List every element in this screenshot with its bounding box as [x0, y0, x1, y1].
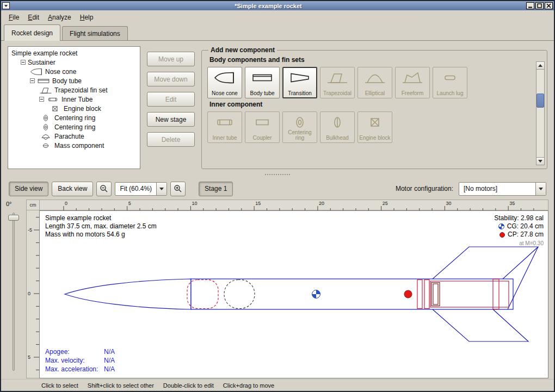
inner-tube-icon	[46, 96, 59, 103]
add-component-panel: Add new component Body components and fi…	[201, 46, 547, 169]
tree-item-label: Mass component	[54, 142, 104, 150]
component-tree[interactable]: Simple example rocketSustainerNose coneB…	[8, 46, 140, 169]
tree-item-centering-ring[interactable]: Centering ring	[8, 122, 140, 132]
component-button-transition[interactable]: Transition	[282, 67, 317, 98]
motor-config-combo[interactable]: [No motors]	[459, 182, 546, 196]
cp-value: CP: 27.8 cm	[508, 231, 544, 239]
component-button-row: Nose coneBody tubeTransitionTrapezoidalE…	[207, 67, 541, 98]
component-button-label: Transition	[288, 91, 312, 96]
component-button-bulkhead[interactable]: Bulkhead	[320, 111, 355, 143]
minimize-icon	[528, 3, 533, 8]
rocket-canvas-area: 0° cm 05101520253035 -505	[1, 200, 554, 379]
scrollbar-thumb[interactable]	[536, 94, 544, 108]
maximize-icon	[537, 3, 542, 8]
zoom-in-button[interactable]	[170, 182, 186, 196]
tree-item-inner-tube[interactable]: Inner Tube	[8, 95, 140, 104]
tree-item-sustainer[interactable]: Sustainer	[8, 58, 140, 67]
window-menu-icon[interactable]	[2, 2, 10, 9]
maximize-button[interactable]	[535, 2, 544, 9]
tree-item-label: Parachute	[54, 133, 84, 140]
side-view-button[interactable]: Side view	[9, 182, 48, 196]
tree-item-nose-cone[interactable]: Nose cone	[8, 67, 140, 76]
titlebar[interactable]: *Simple example rocket	[1, 1, 554, 10]
rocket-length: Length 37.5 cm, max. diameter 2.5 cm	[45, 222, 157, 231]
flight-data-value: N/A	[104, 356, 115, 365]
menu-analyze[interactable]: Analyze	[44, 12, 76, 23]
tree-expander-icon[interactable]	[21, 60, 26, 65]
component-button-elliptical[interactable]: Elliptical	[357, 67, 392, 98]
stage1-toggle[interactable]: Stage 1	[199, 182, 233, 196]
tree-item-trapezoidal-fin-set[interactable]: Trapezoidal fin set	[8, 85, 140, 95]
zoom-out-button[interactable]	[96, 182, 112, 196]
back-view-button[interactable]: Back view	[52, 182, 93, 196]
tree-expander-icon[interactable]	[39, 97, 44, 102]
edit-button[interactable]: Edit	[147, 92, 195, 107]
flight-data-value: N/A	[104, 347, 115, 356]
bulkhead-icon	[326, 116, 348, 129]
vertical-ruler: -505	[26, 210, 39, 378]
rocket-view[interactable]: Simple example rocket Length 37.5 cm, ma…	[39, 210, 548, 378]
scroll-down-icon[interactable]	[536, 157, 544, 165]
rotation-slider[interactable]	[1, 208, 26, 378]
tree-item-label: Engine block	[64, 105, 101, 113]
scroll-up-icon[interactable]	[536, 62, 544, 70]
component-button-nose-cone[interactable]: Nose cone	[207, 67, 242, 98]
tree-item-mass-component[interactable]: Mass component	[8, 141, 140, 150]
flight-data: Apogee:N/AMax. velocity:N/AMax. accelera…	[45, 347, 115, 374]
zoom-combo[interactable]: Fit (60.4%)	[115, 182, 167, 196]
rocket-mass: Mass with no motors 54.6 g	[45, 231, 157, 239]
panel-splitter[interactable]	[1, 171, 554, 178]
component-button-label: Body tube	[250, 91, 274, 96]
tree-item-engine-block[interactable]: Engine block	[8, 104, 140, 113]
component-button-label: Inner tube	[212, 135, 237, 141]
component-button-centering-ring[interactable]: Centering ring	[282, 111, 317, 143]
tree-item-parachute[interactable]: Parachute	[8, 132, 140, 141]
component-button-label: Freeform	[402, 91, 424, 96]
component-button-launch-lug[interactable]: Launch lug	[433, 67, 467, 98]
component-button-freeform[interactable]: Freeform	[395, 67, 430, 98]
combo-arrow-icon[interactable]	[535, 183, 546, 195]
add-component-title: Add new component	[208, 46, 277, 54]
move-down-button[interactable]: Move down	[147, 72, 195, 86]
flight-data-row: Max. velocity:N/A	[45, 356, 115, 365]
component-button-inner-tube[interactable]: Inner tube	[207, 111, 242, 143]
slider-track	[13, 213, 15, 371]
transition-icon	[289, 71, 311, 84]
new-stage-button[interactable]: New stage	[147, 112, 195, 127]
move-up-button[interactable]: Move up	[147, 52, 195, 66]
component-button-label: Centering ring	[283, 130, 316, 141]
tab-flight-simulations[interactable]: Flight simulations	[62, 26, 128, 40]
centering-ring-icon	[39, 123, 52, 131]
tree-item-body-tube[interactable]: Body tube	[8, 76, 140, 85]
tree-expander-icon[interactable]	[30, 78, 35, 83]
component-scrollbar[interactable]	[536, 61, 545, 165]
component-button-engine-block[interactable]: Engine block	[357, 111, 392, 143]
tab-rocket-design[interactable]: Rocket design	[4, 24, 60, 41]
component-button-label: Elliptical	[365, 91, 385, 96]
component-button-trapezoidal[interactable]: Trapezoidal	[320, 67, 355, 98]
flight-data-row: Max. acceleration:N/A	[45, 365, 115, 374]
engine-block-icon	[364, 116, 386, 129]
menu-edit[interactable]: Edit	[23, 12, 44, 23]
component-button-coupler[interactable]: Coupler	[245, 111, 280, 143]
tree-item-label: Body tube	[52, 77, 82, 85]
tree-item-label: Centering ring	[54, 114, 95, 122]
minimize-button[interactable]	[526, 2, 534, 9]
tree-item-label: Inner Tube	[61, 96, 92, 103]
menu-help[interactable]: Help	[76, 12, 98, 23]
tree-item-centering-ring[interactable]: Centering ring	[8, 113, 140, 122]
elliptical-icon	[364, 71, 386, 84]
menu-file[interactable]: File	[4, 12, 23, 23]
rotation-control: 0°	[1, 200, 26, 378]
mass-icon	[39, 142, 52, 150]
nose-cone-icon	[214, 71, 236, 84]
component-button-body-tube[interactable]: Body tube	[245, 67, 280, 98]
delete-button[interactable]: Delete	[147, 132, 195, 147]
parachute-icon	[39, 133, 52, 140]
tree-item-simple-example-rocket[interactable]: Simple example rocket	[8, 48, 140, 58]
slider-handle-icon[interactable]	[8, 215, 19, 221]
app-window: *Simple example rocket FileEditAnalyzeHe…	[0, 0, 555, 392]
svg-text:30: 30	[446, 201, 451, 206]
close-button[interactable]	[545, 2, 553, 9]
combo-arrow-icon[interactable]	[156, 183, 166, 195]
